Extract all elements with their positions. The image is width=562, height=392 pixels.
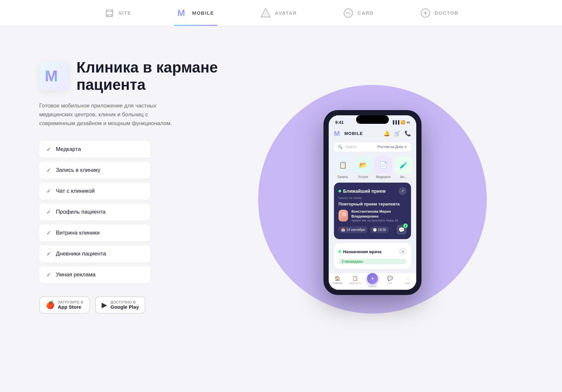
phone-frame: 9:41 ▐▐▐ 🛜 ▭ xyxy=(323,110,422,295)
doctor-icon xyxy=(420,7,431,19)
svg-point-12 xyxy=(342,212,346,216)
check-icon: ✓ xyxy=(46,272,51,278)
svg-text:M: M xyxy=(45,67,58,85)
cart-icon[interactable]: 🛒 xyxy=(394,130,401,137)
phone-mockup: 9:41 ▐▐▐ 🛜 ▭ xyxy=(323,110,422,295)
feature-label: Профиль пациента xyxy=(56,209,106,215)
phone-city-selector[interactable]: Ростов-на-Дону ∨ xyxy=(377,145,407,149)
feature-label: Чат с клиникой xyxy=(56,188,95,194)
wifi-icon: 🛜 xyxy=(401,120,405,124)
appt-title: Ближайший прием xyxy=(343,188,386,194)
check-icon: ✓ xyxy=(46,167,51,173)
bnav-medkarta-label: Медкарта xyxy=(349,282,361,285)
feature-item: ✓Медкарта xyxy=(39,141,150,158)
feature-item: ✓Дневники пациента xyxy=(39,245,150,262)
appt-header: Ближайший прием ↗ xyxy=(339,187,406,195)
svg-text:M: M xyxy=(334,129,340,138)
google-play-button[interactable]: ▶ ДОСТУПНО В Google Play xyxy=(95,296,145,314)
nav-item-site[interactable]: SITE xyxy=(100,0,135,26)
phone-icon[interactable]: 📞 xyxy=(405,130,411,137)
qa-medkarta-label: Медкарта xyxy=(376,175,390,179)
check-icon: ✓ xyxy=(46,188,51,194)
bnav-plus-button[interactable]: + xyxy=(367,273,378,284)
bnav-more[interactable]: ··· Ещё xyxy=(399,276,416,288)
appt-title-row: Ближайший прием xyxy=(339,188,386,194)
qa-an-icon: 🧪 xyxy=(395,156,412,174)
procedures-badge: 2 процедуры xyxy=(339,259,406,264)
home-icon: 🏠 xyxy=(335,276,340,281)
presc-title: Назначения врача xyxy=(343,249,381,254)
bnav-medkarta[interactable]: 📋 Медкарта xyxy=(346,276,364,288)
appt-date: 📅 14 сентября xyxy=(339,226,368,233)
feature-label: Умная реклама xyxy=(56,271,96,278)
nav-doctor-label: DOCTOR xyxy=(435,10,459,16)
prescriptions-card: Назначения врача ↗ 2 процедуры xyxy=(334,243,411,269)
card-icon xyxy=(342,7,354,19)
app-logo-m-icon: M xyxy=(334,129,342,138)
feature-item: ✓Запись в клинику xyxy=(39,162,150,179)
appt-meta: 📅 14 сентября 🕑 18:30 💬 2 xyxy=(339,225,406,235)
quick-actions-row: 📋 Запись 📂 Услуги 📄 Медкарта 🧪 xyxy=(329,155,416,183)
hero-subtitle: Готовое мобильное приложение для частных… xyxy=(39,101,183,128)
status-icons: ▐▐▐ 🛜 ▭ xyxy=(392,120,410,124)
phone-search-text: Найти xyxy=(345,145,375,149)
qa-zapis[interactable]: 📋 Запись xyxy=(334,156,352,179)
right-panel: 9:41 ▐▐▐ 🛜 ▭ xyxy=(222,52,523,346)
nav-item-doctor[interactable]: DOCTOR xyxy=(416,0,462,26)
calendar-icon: 📅 xyxy=(341,228,345,232)
qa-an[interactable]: 🧪 Ан... xyxy=(395,156,412,179)
doctor-note: примет вас на проспекте Мира, 65 xyxy=(351,219,406,222)
feature-item: ✓Умная реклама xyxy=(39,266,150,283)
doctor-info: Константинова Мария Владимировна примет … xyxy=(351,209,406,222)
top-navigation: SITE M MOBILE xyxy=(0,0,562,26)
check-icon: ✓ xyxy=(46,230,51,236)
presc-header: Назначения врача ↗ xyxy=(339,248,406,255)
signal-icon: ▐▐▐ xyxy=(392,120,399,124)
appt-name: Повторный прием терапевта xyxy=(339,202,406,206)
bnav-zapis-label: Запись xyxy=(368,285,377,288)
notification-icon[interactable]: 🔔 xyxy=(384,130,390,137)
qa-uslugi-label: Услуги xyxy=(358,175,368,179)
chat-icon: 💬 xyxy=(387,276,393,281)
appointment-card: Ближайший прием ↗ Запись на приём Повтор… xyxy=(334,183,411,239)
bnav-zapis[interactable]: + Запись xyxy=(364,276,381,288)
appt-time: 🕑 18:30 xyxy=(370,226,389,233)
svg-text:M: M xyxy=(177,8,186,18)
nav-item-avatar[interactable]: AVATAR xyxy=(256,0,300,26)
app-logo-text: MOBILE xyxy=(344,131,363,136)
phone-notch xyxy=(356,115,389,124)
qa-medkarta[interactable]: 📄 Медкарта xyxy=(374,156,392,179)
bnav-home[interactable]: 🏠 Главная xyxy=(329,276,346,288)
phone-screen: 9:41 ▐▐▐ 🛜 ▭ xyxy=(329,115,416,290)
presc-arrow-button[interactable]: ↗ xyxy=(399,248,406,255)
appt-subtitle: Запись на приём xyxy=(339,196,406,200)
appt-active-dot xyxy=(339,190,341,192)
qa-uslugi[interactable]: 📂 Услуги xyxy=(354,156,372,179)
app-store-button[interactable]: 🍎 Загрузите в App Store xyxy=(39,296,90,314)
check-icon: ✓ xyxy=(46,251,51,257)
nav-item-mobile[interactable]: M MOBILE xyxy=(174,0,217,26)
feature-label: Дневники пациента xyxy=(56,251,106,257)
app-header-actions: 🔔 🛒 📞 xyxy=(384,130,411,137)
bnav-chat[interactable]: 💬 Чат xyxy=(381,276,399,288)
feature-list: ✓Медкарта✓Запись в клинику✓Чат с клинико… xyxy=(39,141,222,283)
presc-title-row: Назначения врача xyxy=(339,249,381,254)
phone-bottom-nav: 🏠 Главная 📋 Медкарта + Запись 💬 xyxy=(329,273,416,290)
message-badge[interactable]: 💬 2 xyxy=(397,225,406,235)
feature-item: ✓Витрина клиники xyxy=(39,224,150,241)
check-icon: ✓ xyxy=(46,209,51,215)
nav-mobile-label: MOBILE xyxy=(192,10,214,16)
feature-label: Витрина клиники xyxy=(56,230,100,236)
site-icon xyxy=(104,7,115,19)
clock-icon: 🕑 xyxy=(373,228,377,232)
appt-arrow-button[interactable]: ↗ xyxy=(399,187,406,195)
phone-search-bar[interactable]: 🔍 Найти Ростов-на-Дону ∨ xyxy=(334,142,411,152)
hero-logo-title: M Клиника в кармане пациента xyxy=(39,59,222,93)
appt-time-text: 18:30 xyxy=(378,228,386,232)
qa-an-label: Ан... xyxy=(400,175,407,179)
bnav-chat-label: Чат xyxy=(388,282,392,285)
app-logo-icon: M xyxy=(39,61,69,91)
nav-item-card[interactable]: CARD xyxy=(339,0,377,26)
svg-point-11 xyxy=(340,217,348,221)
store-buttons: 🍎 Загрузите в App Store ▶ ДОСТУПНО В Goo… xyxy=(39,296,222,314)
